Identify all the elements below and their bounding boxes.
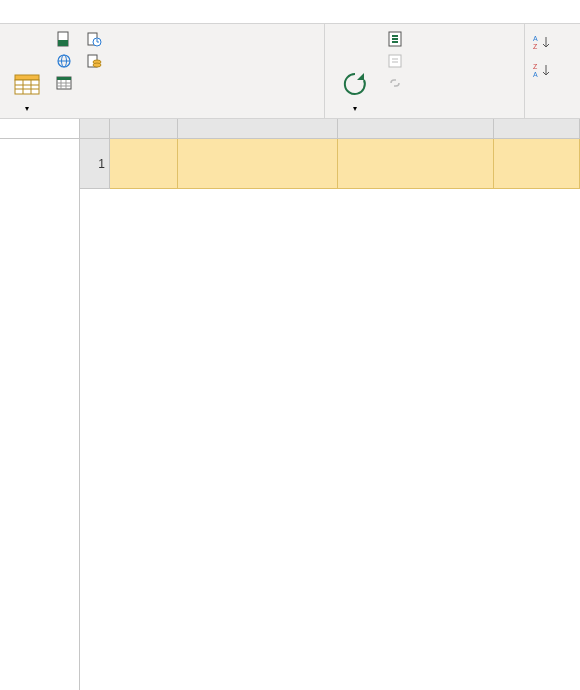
svg-text:A: A xyxy=(533,35,538,42)
sort-za-button[interactable]: ZA xyxy=(531,60,555,82)
row-header[interactable]: 1 xyxy=(80,139,110,189)
get-data-label: ▾ xyxy=(25,101,29,114)
cell[interactable] xyxy=(178,139,338,189)
refresh-all-button[interactable]: ▾ xyxy=(331,28,379,114)
connections-icon xyxy=(86,53,102,69)
column-header[interactable] xyxy=(494,119,580,138)
svg-rect-1 xyxy=(15,80,39,94)
recent-icon xyxy=(86,31,102,47)
group-get-transform: ▾ xyxy=(0,24,325,118)
refresh-icon xyxy=(340,69,370,99)
svg-point-21 xyxy=(93,63,101,67)
edit-links-button xyxy=(385,72,409,94)
group-label-queries xyxy=(331,114,518,116)
recent-sources-button[interactable] xyxy=(84,28,108,50)
queries-icon xyxy=(387,31,403,47)
group-label-get-transform xyxy=(6,114,318,116)
outline-bar xyxy=(0,119,80,690)
properties-icon xyxy=(387,53,403,69)
cell[interactable] xyxy=(494,139,580,189)
from-table-range-button[interactable] xyxy=(54,72,78,94)
outline-level-buttons xyxy=(0,119,79,139)
rows-container: 1 xyxy=(80,139,580,189)
svg-rect-7 xyxy=(58,40,68,46)
table-header-row: 1 xyxy=(80,139,580,189)
column-header[interactable] xyxy=(178,119,338,138)
worksheet: 1 xyxy=(0,119,580,690)
queries-connections-button[interactable] xyxy=(385,28,409,50)
get-data-button[interactable]: ▾ xyxy=(6,28,48,114)
column-header[interactable] xyxy=(110,119,178,138)
group-sort-partial: AZ ZA xyxy=(525,24,573,118)
svg-rect-26 xyxy=(389,55,401,67)
grid: 1 xyxy=(80,119,580,690)
edit-links-icon xyxy=(387,75,403,91)
table-icon xyxy=(56,75,72,91)
svg-text:Z: Z xyxy=(533,63,538,70)
column-headers xyxy=(80,119,580,139)
file-csv-icon xyxy=(56,31,72,47)
ribbon-tabbar xyxy=(0,0,580,24)
sort-button-partial[interactable] xyxy=(565,54,569,76)
sort-az-button[interactable]: AZ xyxy=(531,32,555,54)
sort-za-icon: ZA xyxy=(533,62,553,80)
column-header[interactable] xyxy=(338,119,494,138)
select-all-corner[interactable] xyxy=(80,119,110,138)
outline-canvas xyxy=(0,139,80,690)
from-text-csv-button[interactable] xyxy=(54,28,78,50)
svg-text:A: A xyxy=(533,71,538,78)
cell[interactable] xyxy=(110,139,178,189)
ribbon: ▾ ▾ xyxy=(0,24,580,119)
svg-rect-12 xyxy=(57,77,71,80)
svg-rect-0 xyxy=(15,75,39,80)
existing-connections-button[interactable] xyxy=(84,50,108,72)
group-queries: ▾ xyxy=(325,24,525,118)
globe-icon xyxy=(56,53,72,69)
refresh-all-label: ▾ xyxy=(353,101,357,114)
cell[interactable] xyxy=(338,139,494,189)
svg-text:Z: Z xyxy=(533,43,538,50)
from-web-button[interactable] xyxy=(54,50,78,72)
get-data-icon xyxy=(12,69,42,99)
sort-az-icon: AZ xyxy=(533,34,553,52)
properties-button xyxy=(385,50,409,72)
